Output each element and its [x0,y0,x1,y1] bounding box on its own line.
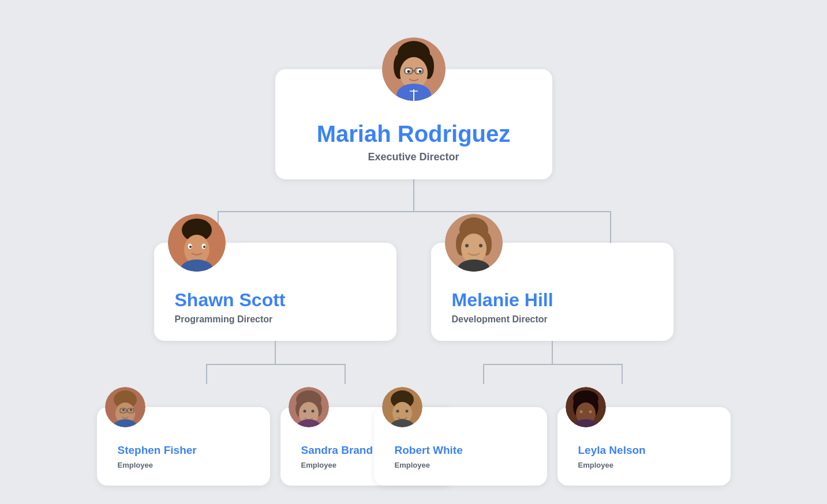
name-sandra: Sandra Brand [301,444,373,457]
name-stephen: Stephen Fisher [118,444,197,457]
role-melanie: Development Director [452,314,548,325]
svg-point-44 [461,234,487,264]
svg-point-60 [589,411,592,413]
shawn-connector [177,341,373,407]
role-leyla: Employee [578,461,613,469]
name-leyla: Leyla Nelson [578,444,646,457]
card-leyla[interactable]: Leyla Nelson Employee [557,407,731,486]
avatar-robert [382,387,422,427]
avatar-sandra [289,387,329,427]
role-shawn: Programming Director [175,314,273,325]
avatar-leyla [566,387,606,427]
svg-point-46 [479,244,482,247]
col-robert: Robert White Employee [374,407,547,486]
level-1: Mariah Rodriguez Executive Director [275,23,552,179]
svg-point-38 [311,410,314,413]
avatar-melanie [445,214,503,272]
col-stephen: Stephen Fisher Employee [97,407,270,486]
level3-shawn-reports: Stephen Fisher Employee [154,407,396,486]
svg-point-21 [203,246,205,248]
col-shawn: Shawn Scott Programming Director [154,243,396,486]
svg-point-29 [122,409,125,411]
h-connector-level2 [169,211,659,243]
svg-point-45 [465,244,469,247]
level-2-row: Shawn Scott Programming Director [169,243,659,486]
svg-point-52 [405,410,408,413]
svg-point-20 [189,246,192,248]
avatar-stephen [105,387,145,427]
svg-point-51 [396,410,399,413]
connector-top-mid [413,179,414,211]
card-stephen[interactable]: Stephen Fisher Employee [97,407,270,486]
col-melanie: Melanie Hill Development Director [431,243,673,486]
org-chart: Mariah Rodriguez Executive Director [0,0,827,504]
role-stephen: Employee [118,461,153,469]
name-robert: Robert White [395,444,463,457]
name-mariah: Mariah Rodriguez [296,120,532,148]
svg-point-37 [303,410,306,413]
role-sandra: Employee [301,461,336,469]
avatar-mariah [382,37,446,101]
role-robert: Employee [395,461,430,469]
melanie-connector [454,341,650,407]
avatar-shawn [168,214,226,272]
col-leyla: Leyla Nelson Employee [557,407,731,486]
name-melanie: Melanie Hill [452,289,553,311]
role-mariah: Executive Director [296,151,532,163]
svg-point-8 [418,70,421,73]
svg-point-30 [130,409,132,411]
svg-point-59 [579,411,582,413]
svg-point-7 [407,70,410,73]
card-robert[interactable]: Robert White Employee [374,407,547,486]
card-shawn[interactable]: Shawn Scott Programming Director [154,243,396,341]
level3-melanie-reports: Robert White Employee [431,407,673,486]
card-melanie[interactable]: Melanie Hill Development Director [431,243,673,341]
name-shawn: Shawn Scott [175,289,286,311]
card-mariah[interactable]: Mariah Rodriguez Executive Director [275,69,552,179]
